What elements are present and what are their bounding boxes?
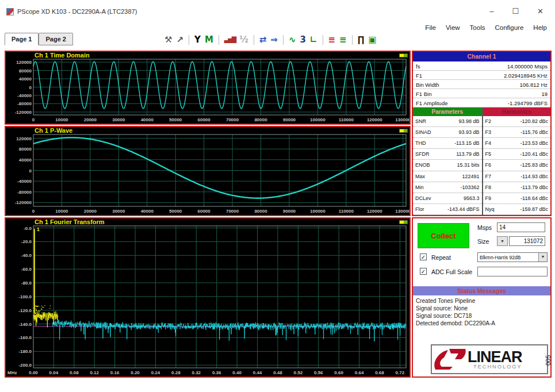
time-domain-plot[interactable]: Ch 1 Time Domain 12000080000400000-40000… [5, 51, 411, 125]
histogram-icon[interactable]: ▃▅▇ [224, 34, 235, 45]
svg-text:130000: 130000 [395, 117, 409, 122]
minimize-icon[interactable]: – [489, 7, 493, 16]
math-trace-icon[interactable]: M [205, 34, 213, 45]
row-value: 93.93 dB [458, 129, 479, 135]
fourier-plot-title: Ch 1 Fourier Transform [35, 218, 105, 225]
row-label: F1 Amplitude [416, 100, 447, 106]
tools-icon[interactable]: ⚒ [164, 34, 172, 45]
svg-text:-20.0: -20.0 [21, 239, 32, 244]
parameters-table: SNR93.98 dBSINAD93.93 dBTHD-113.15 dBSFD… [413, 116, 482, 215]
app-window: PScope XD K103 - DC2290A-A (LTC2387) – ☐… [0, 0, 555, 392]
svg-text:MHz: MHz [7, 370, 17, 375]
sine-curve-icon[interactable]: ∿ [289, 34, 296, 45]
svg-text:0.72: 0.72 [396, 370, 405, 375]
msps-input[interactable] [497, 222, 545, 232]
svg-text:0.44: 0.44 [253, 370, 262, 375]
menu-help[interactable]: Help [533, 24, 547, 31]
checkmark-icon: ✓ [421, 268, 426, 275]
svg-text:0.12: 0.12 [90, 370, 99, 375]
size-label: Size [477, 238, 489, 245]
row-value: 113.79 dB [456, 151, 479, 157]
menu-file[interactable]: File [425, 24, 436, 31]
toolbar-separator [283, 35, 284, 45]
window-function-select[interactable]: Blkmn-Harris 92dB ▼ [477, 252, 548, 262]
table-row: F6-125.83 dBc [483, 160, 551, 171]
svg-text:0.00: 0.00 [29, 370, 38, 375]
svg-text:-40000: -40000 [17, 93, 32, 98]
menu-configure[interactable]: Configure [495, 24, 523, 31]
status-messages-header: Status Messages [413, 286, 550, 295]
p-wave-plot[interactable]: Ch 1 P-Wave 12000080000400000-40000-8000… [5, 126, 411, 216]
half-scale-icon[interactable]: ½ [239, 34, 248, 45]
stacked-bars-green-icon[interactable]: ≡ [339, 34, 347, 45]
svg-text:-120.0: -120.0 [18, 308, 32, 313]
chevron-down-icon: ▼ [500, 239, 504, 243]
repeat-checkbox[interactable]: ✓ [420, 253, 427, 260]
fourier-canvas[interactable]: 1-0.0-20.0-40.0-60.0-80.0-100.0-120.0-14… [6, 218, 409, 376]
row-label: SNR [415, 118, 426, 124]
tab-page-2[interactable]: Page 2 [39, 33, 72, 45]
figure-number: 005 [545, 348, 552, 366]
pulse-train-icon[interactable]: ∏ [358, 34, 365, 45]
row-label: Min [415, 185, 424, 190]
row-label: F3 [485, 129, 492, 135]
row-value: 93.98 dB [458, 118, 479, 124]
fourier-transform-plot[interactable]: Ch 1 Fourier Transform 1-0.0-20.0-40.0-6… [5, 217, 411, 378]
svg-text:10000: 10000 [55, 209, 68, 214]
svg-text:100000: 100000 [310, 209, 326, 214]
menu-view[interactable]: View [446, 24, 460, 31]
numeral-3-icon[interactable]: 3 [300, 34, 306, 45]
row-value: -115.76 dBc [520, 129, 548, 135]
row-label: fs [416, 63, 420, 70]
time-domain-plot-title: Ch 1 Time Domain [35, 52, 90, 59]
row-label: ENOB [415, 162, 430, 168]
trace-legend-chip [399, 129, 408, 133]
svg-text:0.04: 0.04 [49, 370, 59, 375]
maximize-icon[interactable]: ☐ [512, 7, 519, 16]
advance-icon[interactable]: ⇒ [270, 34, 278, 45]
adc-full-scale-checkbox[interactable]: ✓ [420, 268, 427, 275]
svg-text:70000: 70000 [226, 209, 239, 214]
image-export-icon[interactable]: ▣ [368, 34, 376, 45]
row-value: 15.31 bits [457, 162, 479, 168]
svg-text:70000: 70000 [226, 117, 239, 122]
svg-text:20000: 20000 [84, 117, 97, 122]
row-value: -159.87 dBc [520, 206, 548, 212]
row-label: DCLev [415, 195, 431, 201]
svg-text:0.36: 0.36 [212, 370, 221, 375]
close-icon[interactable]: ✕ [537, 7, 543, 16]
stacked-bars-red-icon[interactable]: ≡ [328, 34, 336, 45]
corner-bracket-icon[interactable]: ∟ [310, 34, 317, 45]
svg-text:0.52: 0.52 [294, 370, 303, 375]
svg-text:120000: 120000 [367, 209, 382, 214]
svg-text:90000: 90000 [283, 209, 296, 214]
collect-button[interactable]: Collect [418, 223, 469, 248]
swap-traces-icon[interactable]: ⇄ [259, 34, 267, 45]
row-value: 14.000000 Msps [507, 63, 548, 70]
pointer-arrow-icon[interactable]: ↗ [176, 34, 183, 45]
table-row: F8-113.79 dBc [483, 182, 551, 193]
table-row: Min-103362 [413, 182, 482, 193]
svg-text:-40000: -40000 [17, 179, 32, 184]
table-row: Max122491 [413, 171, 482, 182]
svg-text:120000: 120000 [16, 60, 32, 65]
row-value: 9563.3 [464, 195, 480, 201]
size-input[interactable] [509, 236, 545, 246]
trace-legend-chip [399, 53, 408, 57]
window-function-value: Blkmn-Harris 92dB [480, 255, 520, 260]
tab-page-1[interactable]: Page 1 [5, 33, 39, 45]
time-domain-canvas[interactable]: 12000080000400000-40000-80000-1200000100… [6, 52, 409, 124]
row-value: -118.64 dBc [520, 195, 548, 201]
table-row: SINAD93.93 dB [413, 127, 482, 138]
svg-text:40000: 40000 [19, 157, 32, 163]
p-wave-canvas[interactable]: 12000080000400000-40000-80000-1200000100… [6, 127, 409, 215]
svg-text:-80000: -80000 [17, 190, 32, 195]
row-label: THD [415, 140, 426, 146]
table-row: THD-113.15 dB [413, 138, 482, 149]
menu-tools[interactable]: Tools [470, 24, 485, 31]
y-mode-icon[interactable]: Y [194, 34, 201, 45]
size-dropdown-button[interactable]: ▼ [497, 236, 508, 246]
adc-full-scale-input[interactable] [477, 267, 548, 276]
svg-text:0.32: 0.32 [192, 370, 201, 375]
menu-bar: File View Tools Configure Help [425, 24, 547, 31]
